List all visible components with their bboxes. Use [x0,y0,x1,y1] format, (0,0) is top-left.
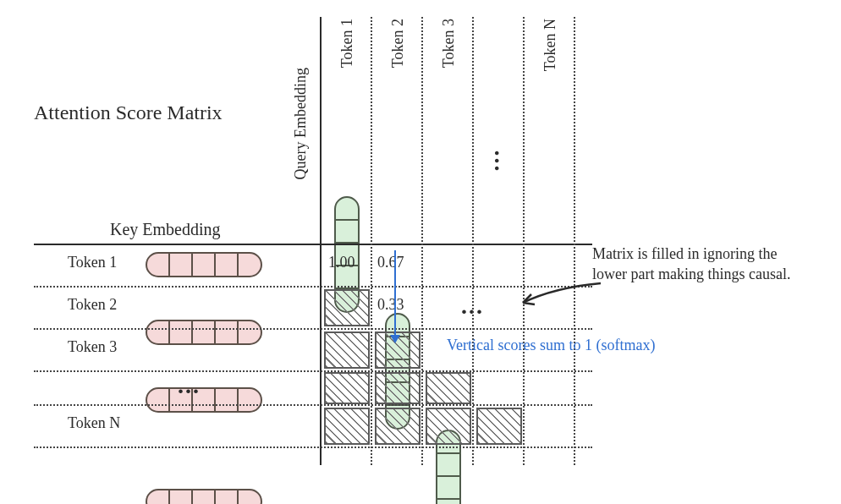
query-embedding-heading: Query Embedding [292,68,310,179]
grid-col-line [523,17,525,465]
svg-rect-15 [146,490,261,504]
grid-row-line [34,404,592,406]
row-token-n-label: Token N [68,414,120,432]
key-embedding-1 [146,252,262,277]
key-embedding-heading: Key Embedding [110,220,221,239]
masked-cell [324,408,370,445]
col-token-3-label: Token 3 [440,19,458,68]
grid-col-line [371,17,372,465]
masked-cell [324,331,370,369]
row-token-2-label: Token 2 [68,296,117,314]
masked-cell [375,408,420,445]
col-token-1-label: Token 1 [338,19,356,68]
col-token-n-label: Token N [541,19,559,71]
axis-vertical [320,17,322,465]
svg-rect-5 [146,320,261,344]
grid-row-line [34,370,592,372]
grid-col-line [472,17,474,465]
masked-cell [375,372,420,404]
causal-annotation-line1: Matrix is filled in ignoring the [592,245,777,263]
svg-rect-0 [146,253,261,277]
row-ellipsis: ... [178,372,201,399]
svg-rect-10 [146,388,261,412]
softmax-annotation: Vertical scores sum to 1 (softmax) [447,337,655,354]
annotation-arrow-icon [508,279,609,325]
axis-horizontal [34,244,592,245]
row-token-3-label: Token 3 [68,338,117,356]
diagram-title: Attention Score Matrix [34,101,223,124]
masked-cell [426,372,471,404]
grid-col-line [421,17,423,465]
softmax-arrow-icon [394,250,400,343]
grid-row-line [34,328,592,330]
grid-col-line [574,17,575,465]
col-token-2-label: Token 2 [389,19,407,68]
col-ellipsis: ... [489,151,516,173]
key-embedding-3 [146,387,262,413]
masked-cell [324,289,370,326]
key-embedding-2 [146,320,262,345]
causal-annotation-line2: lower part making things causal. [592,266,790,283]
masked-cell [324,372,370,404]
masked-cell [426,408,471,445]
grid-row-line [34,446,592,448]
score-r1c1: 1.00 [328,254,355,271]
key-embedding-n [146,489,262,504]
masked-cell [476,408,522,445]
row-token-1-label: Token 1 [68,254,117,271]
